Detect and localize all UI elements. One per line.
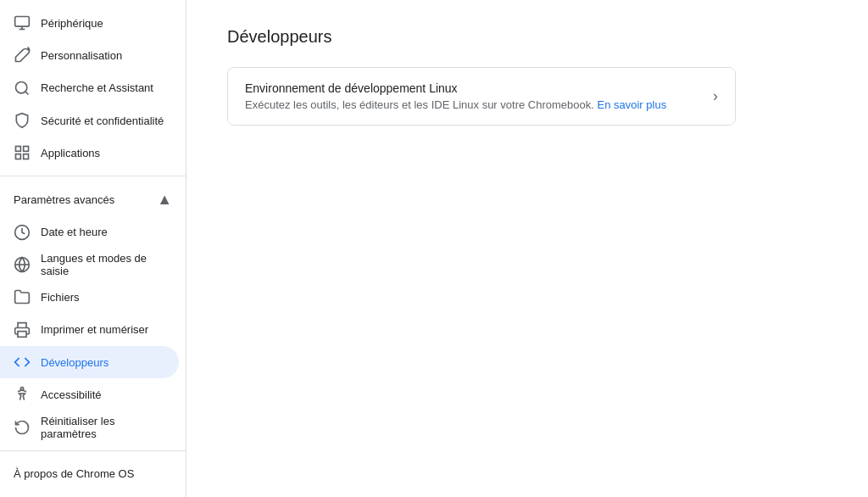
sidebar-item-apropos[interactable]: À propos de Chrome OS xyxy=(0,458,179,490)
sidebar-item-label: Périphérique xyxy=(41,17,103,30)
sidebar-item-label: Imprimer et numériser xyxy=(41,323,148,336)
search-icon xyxy=(14,80,31,97)
sidebar-item-label: Réinitialiser les paramètres xyxy=(41,415,165,440)
sidebar-item-langues[interactable]: Langues et modes de saisie xyxy=(0,248,179,281)
advanced-section-header[interactable]: Paramètres avancés ▲ xyxy=(0,183,186,215)
svg-rect-0 xyxy=(15,17,30,27)
svg-rect-12 xyxy=(18,331,26,337)
sidebar-item-label: Recherche et Assistant xyxy=(41,81,153,94)
sidebar-item-developpeurs[interactable]: Développeurs xyxy=(0,346,179,378)
advanced-section-label: Paramètres avancés xyxy=(14,193,114,206)
svg-rect-6 xyxy=(24,147,29,152)
accessibility-icon xyxy=(14,386,31,403)
sidebar-item-peripherique[interactable]: Périphérique xyxy=(0,7,179,39)
code-icon xyxy=(14,354,31,371)
linux-env-card: Environnement de développement Linux Exé… xyxy=(227,67,736,126)
sidebar-divider xyxy=(0,176,186,176)
card-item-title: Environnement de développement Linux xyxy=(245,81,703,95)
reset-icon xyxy=(14,419,31,436)
clock-icon xyxy=(14,224,31,241)
folder-icon xyxy=(14,288,31,305)
sidebar-item-label: Développeurs xyxy=(41,356,108,369)
sidebar: Périphérique Personnalisation Recherche … xyxy=(0,0,186,497)
card-item-text: Environnement de développement Linux Exé… xyxy=(245,81,703,111)
sidebar-item-label: Sécurité et confidentialité xyxy=(41,114,164,127)
shield-icon xyxy=(14,112,31,129)
svg-line-4 xyxy=(25,92,29,95)
sidebar-item-label: Accessibilité xyxy=(41,388,102,401)
sidebar-item-label: Langues et modes de saisie xyxy=(41,252,165,277)
sidebar-item-reinitialiser[interactable]: Réinitialiser les paramètres xyxy=(0,411,179,444)
sidebar-item-recherche[interactable]: Recherche et Assistant xyxy=(0,72,179,104)
chevron-up-icon: ▲ xyxy=(157,191,172,209)
globe-icon xyxy=(14,256,31,273)
sidebar-item-label: À propos de Chrome OS xyxy=(14,467,134,480)
page-title: Développeurs xyxy=(227,27,827,47)
main-content: Développeurs Environnement de développem… xyxy=(186,0,868,497)
sidebar-item-imprimer[interactable]: Imprimer et numériser xyxy=(0,314,179,346)
sidebar-item-label: Personnalisation xyxy=(41,49,122,62)
sidebar-item-applications[interactable]: Applications xyxy=(0,137,179,169)
linux-env-card-item[interactable]: Environnement de développement Linux Exé… xyxy=(228,68,735,125)
learn-more-link[interactable]: En savoir plus xyxy=(597,98,666,111)
svg-rect-5 xyxy=(16,147,21,152)
svg-point-3 xyxy=(16,81,27,92)
card-item-desc: Exécutez les outils, les éditeurs et les… xyxy=(245,98,703,111)
monitor-icon xyxy=(14,14,31,31)
brush-icon xyxy=(14,47,31,64)
sidebar-bottom-divider xyxy=(0,450,186,451)
sidebar-item-accessibilite[interactable]: Accessibilité xyxy=(0,378,179,410)
svg-rect-8 xyxy=(16,154,21,159)
sidebar-item-label: Date et heure xyxy=(41,226,108,238)
chevron-right-icon: › xyxy=(713,87,718,105)
print-icon xyxy=(14,321,31,338)
sidebar-item-fichiers[interactable]: Fichiers xyxy=(0,281,179,313)
sidebar-item-label: Fichiers xyxy=(41,291,80,304)
card-item-desc-text: Exécutez les outils, les éditeurs et les… xyxy=(245,98,594,111)
sidebar-item-personnalisation[interactable]: Personnalisation xyxy=(0,39,179,71)
svg-rect-7 xyxy=(24,154,29,159)
sidebar-item-label: Applications xyxy=(41,147,100,159)
sidebar-item-securite[interactable]: Sécurité et confidentialité xyxy=(0,104,179,137)
sidebar-item-date[interactable]: Date et heure xyxy=(0,216,179,248)
grid-icon xyxy=(14,144,31,161)
